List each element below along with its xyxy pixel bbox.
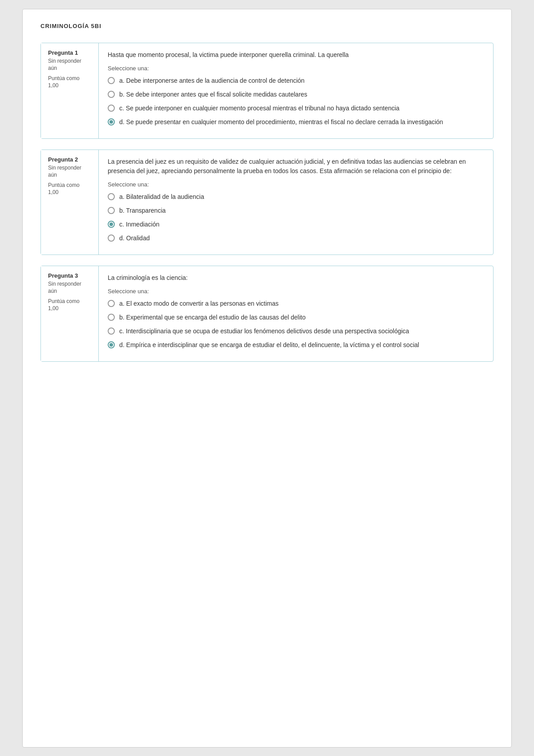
option-item-1-2[interactable]: b. Se debe interponer antes que el fisca… — [108, 90, 484, 99]
question-content-1: Hasta que momento procesal, la victima p… — [99, 43, 493, 138]
radio-2-2[interactable] — [108, 207, 115, 214]
question-text-1: Hasta que momento procesal, la victima p… — [108, 50, 484, 60]
question-label-2: Pregunta 2 — [48, 156, 91, 163]
radio-1-1[interactable] — [108, 77, 115, 84]
radio-3-3[interactable] — [108, 327, 115, 335]
option-item-1-3[interactable]: c. Se puede interponer en cualquier mome… — [108, 104, 484, 113]
question-sidebar-2: Pregunta 2Sin responder aúnPuntúa como1,… — [41, 150, 99, 255]
option-text-1-1: a. Debe interponerse antes de la audienc… — [119, 76, 304, 85]
options-list-1: a. Debe interponerse antes de la audienc… — [108, 76, 484, 127]
radio-2-3[interactable] — [108, 221, 115, 228]
radio-1-3[interactable] — [108, 105, 115, 112]
option-text-2-4: d. Oralidad — [119, 234, 150, 243]
question-points-value-3: 1,00 — [48, 305, 91, 311]
question-text-2: La presencia del juez es un requisito de… — [108, 157, 484, 176]
question-points-label-1: Puntúa como — [48, 75, 91, 82]
radio-2-1[interactable] — [108, 193, 115, 200]
option-item-2-1[interactable]: a. Bilateralidad de la audiencia — [108, 192, 484, 202]
option-item-1-4[interactable]: d. Se puede presentar en cualquier momen… — [108, 117, 484, 127]
question-block-2: Pregunta 2Sin responder aúnPuntúa como1,… — [40, 150, 494, 255]
radio-1-4[interactable] — [108, 118, 115, 125]
option-item-2-2[interactable]: b. Transparencia — [108, 206, 484, 215]
question-points-label-2: Puntúa como — [48, 182, 91, 189]
option-text-3-4: d. Empírica e interdisciplinar que se en… — [119, 340, 419, 350]
question-sidebar-1: Pregunta 1Sin responder aúnPuntúa como1,… — [41, 43, 99, 138]
question-sidebar-3: Pregunta 3Sin responder aúnPuntúa como1,… — [41, 266, 99, 361]
question-block-3: Pregunta 3Sin responder aúnPuntúa como1,… — [40, 266, 494, 362]
radio-1-2[interactable] — [108, 91, 115, 98]
option-text-3-3: c. Interdisciplinaria que se ocupa de es… — [119, 327, 409, 336]
page-title: CRIMINOLOGÍA 5BI — [40, 23, 494, 29]
option-text-1-2: b. Se debe interponer antes que el fisca… — [119, 90, 307, 99]
radio-3-1[interactable] — [108, 300, 115, 307]
radio-2-4[interactable] — [108, 234, 115, 242]
select-label-1: Seleccione una: — [108, 65, 484, 72]
question-label-1: Pregunta 1 — [48, 49, 91, 56]
question-status-1: Sin responder aún — [48, 58, 91, 72]
question-status-2: Sin responder aún — [48, 165, 91, 178]
option-text-3-1: a. El exacto modo de convertir a las per… — [119, 299, 279, 308]
radio-3-4[interactable] — [108, 341, 115, 348]
question-status-3: Sin responder aún — [48, 281, 91, 295]
option-text-3-2: b. Experimental que se encarga del estud… — [119, 313, 306, 322]
option-item-3-4[interactable]: d. Empírica e interdisciplinar que se en… — [108, 340, 484, 350]
option-text-2-1: a. Bilateralidad de la audiencia — [119, 192, 204, 202]
option-text-2-3: c. Inmediación — [119, 220, 159, 229]
question-content-2: La presencia del juez es un requisito de… — [99, 150, 493, 255]
options-list-2: a. Bilateralidad de la audienciab. Trans… — [108, 192, 484, 243]
option-item-3-2[interactable]: b. Experimental que se encarga del estud… — [108, 313, 484, 322]
question-text-3: La criminología es la ciencia: — [108, 273, 484, 283]
question-points-value-1: 1,00 — [48, 82, 91, 89]
select-label-2: Seleccione una: — [108, 181, 484, 188]
option-item-2-4[interactable]: d. Oralidad — [108, 234, 484, 243]
option-text-1-4: d. Se puede presentar en cualquier momen… — [119, 117, 443, 127]
options-list-3: a. El exacto modo de convertir a las per… — [108, 299, 484, 350]
question-block-1: Pregunta 1Sin responder aúnPuntúa como1,… — [40, 43, 494, 139]
option-text-1-3: c. Se puede interponer en cualquier mome… — [119, 104, 400, 113]
question-content-3: La criminología es la ciencia:Seleccione… — [99, 266, 493, 361]
option-text-2-2: b. Transparencia — [119, 206, 166, 215]
page-container: CRIMINOLOGÍA 5BI Pregunta 1Sin responder… — [22, 9, 512, 748]
question-points-value-2: 1,00 — [48, 189, 91, 195]
question-points-label-3: Puntúa como — [48, 298, 91, 305]
option-item-1-1[interactable]: a. Debe interponerse antes de la audienc… — [108, 76, 484, 85]
option-item-2-3[interactable]: c. Inmediación — [108, 220, 484, 229]
option-item-3-1[interactable]: a. El exacto modo de convertir a las per… — [108, 299, 484, 308]
questions-wrapper: Pregunta 1Sin responder aúnPuntúa como1,… — [40, 43, 494, 362]
option-item-3-3[interactable]: c. Interdisciplinaria que se ocupa de es… — [108, 327, 484, 336]
select-label-3: Seleccione una: — [108, 288, 484, 295]
question-label-3: Pregunta 3 — [48, 272, 91, 279]
radio-3-2[interactable] — [108, 314, 115, 321]
